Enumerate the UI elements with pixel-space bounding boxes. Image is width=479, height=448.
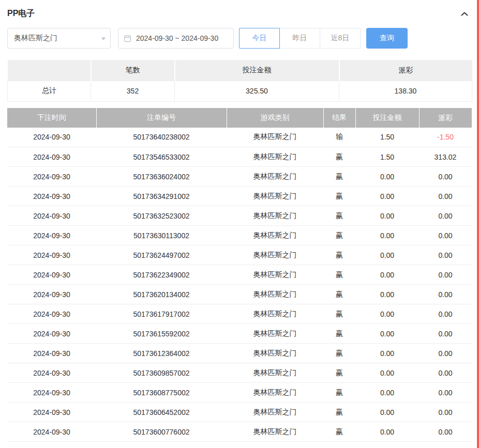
table-row: 2024-09-3050173608775002奥林匹斯之门赢0.000.00 (7, 383, 472, 403)
game-cell: 奥林匹斯之门 (227, 226, 323, 245)
date-cell: 2024-09-30 (7, 285, 96, 304)
game-cell: 奥林匹斯之门 (227, 304, 323, 324)
bet-cell: 0.00 (355, 187, 419, 206)
yesterday-button[interactable]: 昨日 (279, 28, 320, 49)
table-row: 2024-09-3050173624497002奥林匹斯之门赢0.000.00 (7, 245, 472, 265)
summary-total-label: 总计 (8, 81, 91, 101)
order-id-cell: 50173617917002 (96, 304, 227, 324)
result-cell: 赢 (323, 344, 355, 363)
payout-cell: 0.00 (419, 403, 472, 422)
payout-cell: 0.00 (419, 226, 472, 245)
payout-cell: 0.00 (419, 245, 472, 265)
payout-cell: 0.00 (419, 383, 472, 403)
summary-bet-amount-value: 325.50 (175, 81, 339, 101)
result-cell: 赢 (323, 265, 355, 285)
bet-table-header-row: 下注时间 注单编号 游戏类别 结果 投注金额 派彩 (7, 108, 472, 128)
bet-cell: 0.00 (355, 167, 419, 187)
bet-cell: 0.00 (355, 304, 419, 324)
table-row: 2024-09-3050173636024002奥林匹斯之门赢0.000.00 (7, 167, 472, 187)
bet-cell: 0.00 (355, 245, 419, 265)
table-row: 2024-09-3050173612364002奥林匹斯之门赢0.000.00 (7, 344, 472, 363)
game-cell: 奥林匹斯之门 (227, 167, 323, 187)
table-row: 2024-09-3050173600776002奥林匹斯之门赢0.000.00 (7, 422, 472, 442)
bet-cell: 0.00 (355, 265, 419, 285)
result-cell: 赢 (323, 383, 355, 403)
order-id-cell: 50173634291002 (96, 187, 227, 206)
result-cell: 赢 (323, 285, 355, 304)
bet-cell: 1.50 (355, 128, 419, 147)
date-cell: 2024-09-30 (7, 187, 96, 206)
date-cell: 2024-09-30 (7, 147, 96, 167)
header-result: 结果 (323, 108, 355, 128)
order-id-cell: 50173608775002 (96, 383, 227, 403)
bet-cell: 0.00 (355, 363, 419, 383)
game-cell: 奥林匹斯之门 (227, 344, 323, 363)
date-cell: 2024-09-30 (7, 344, 96, 363)
game-select[interactable]: 奥林匹斯之门 ▾ (7, 28, 111, 49)
game-cell: 奥林匹斯之门 (227, 363, 323, 383)
game-cell: 奥林匹斯之门 (227, 403, 323, 422)
game-cell: 奥林匹斯之门 (227, 187, 323, 206)
header-bet-amount: 投注金额 (355, 108, 419, 128)
result-cell: 输 (323, 128, 355, 147)
order-id-cell: 50173600776002 (96, 422, 227, 442)
table-row: 2024-09-3050173609857002奥林匹斯之门赢0.000.00 (7, 363, 472, 383)
order-id-cell: 50173615592002 (96, 324, 227, 344)
result-cell: 赢 (323, 226, 355, 245)
result-cell: 赢 (323, 363, 355, 383)
bet-records-table: 下注时间 注单编号 游戏类别 结果 投注金额 派彩 2024-09-305017… (7, 108, 472, 442)
today-button[interactable]: 今日 (239, 28, 280, 49)
header-bet-time: 下注时间 (7, 108, 96, 128)
result-cell: 赢 (323, 304, 355, 324)
game-cell: 奥林匹斯之门 (227, 285, 323, 304)
date-range-picker[interactable]: 2024-09-30 ~ 2024-09-30 (118, 28, 234, 49)
date-cell: 2024-09-30 (7, 403, 96, 422)
table-row: 2024-09-3050173632523002奥林匹斯之门赢0.000.00 (7, 206, 472, 226)
result-cell: 赢 (323, 403, 355, 422)
game-cell: 奥林匹斯之门 (227, 422, 323, 442)
panel-title: PP电子 (7, 8, 35, 19)
calendar-icon (124, 35, 131, 42)
panel-header: PP电子 (7, 0, 472, 19)
search-button[interactable]: 查询 (366, 28, 408, 49)
bet-cell: 0.00 (355, 422, 419, 442)
filter-row: 奥林匹斯之门 ▾ 2024-09-30 ~ 2024-09-30 今日 昨日 近… (7, 28, 472, 49)
result-cell: 赢 (323, 422, 355, 442)
summary-total-row: 总计 352 325.50 138.30 (8, 81, 472, 101)
date-cell: 2024-09-30 (7, 226, 96, 245)
bet-cell: 0.00 (355, 206, 419, 226)
result-cell: 赢 (323, 324, 355, 344)
table-row: 2024-09-3050173606452002奥林匹斯之门赢0.000.00 (7, 403, 472, 422)
bet-cell: 0.00 (355, 383, 419, 403)
chevron-down-icon: ▾ (101, 36, 106, 41)
summary-count-value: 352 (91, 81, 175, 101)
order-id-cell: 50173630113002 (96, 226, 227, 245)
date-cell: 2024-09-30 (7, 324, 96, 344)
bet-cell: 0.00 (355, 403, 419, 422)
pp-games-panel: PP电子 奥林匹斯之门 ▾ 2024-09-30 ~ (0, 0, 479, 442)
game-cell: 奥林匹斯之门 (227, 147, 323, 167)
order-id-cell: 50173632523002 (96, 206, 227, 226)
date-range-value: 2024-09-30 ~ 2024-09-30 (136, 34, 218, 42)
payout-cell: 0.00 (419, 324, 472, 344)
collapse-panel-button[interactable] (460, 10, 472, 18)
table-row: 2024-09-3050173620134002奥林匹斯之门赢0.000.00 (7, 285, 472, 304)
game-cell: 奥林匹斯之门 (227, 245, 323, 265)
table-row: 2024-09-3050173622349002奥林匹斯之门赢0.000.00 (7, 265, 472, 285)
summary-header-row: 笔数 投注金额 派彩 (8, 60, 472, 81)
table-row: 2024-09-3050173617917002奥林匹斯之门赢0.000.00 (7, 304, 472, 324)
order-id-cell: 50173546533002 (96, 147, 227, 167)
last-8-days-button[interactable]: 近8日 (320, 28, 361, 49)
date-cell: 2024-09-30 (7, 128, 96, 147)
order-id-cell: 50173640238002 (96, 128, 227, 147)
game-cell: 奥林匹斯之门 (227, 265, 323, 285)
result-cell: 赢 (323, 245, 355, 265)
bet-table-body: 2024-09-3050173640238002奥林匹斯之门输1.50-1.50… (7, 128, 472, 442)
date-cell: 2024-09-30 (7, 422, 96, 442)
header-payout: 派彩 (419, 108, 472, 128)
game-cell: 奥林匹斯之门 (227, 383, 323, 403)
game-cell: 奥林匹斯之门 (227, 206, 323, 226)
result-cell: 赢 (323, 147, 355, 167)
summary-payout-value: 138.30 (339, 81, 472, 101)
payout-cell: 0.00 (419, 265, 472, 285)
